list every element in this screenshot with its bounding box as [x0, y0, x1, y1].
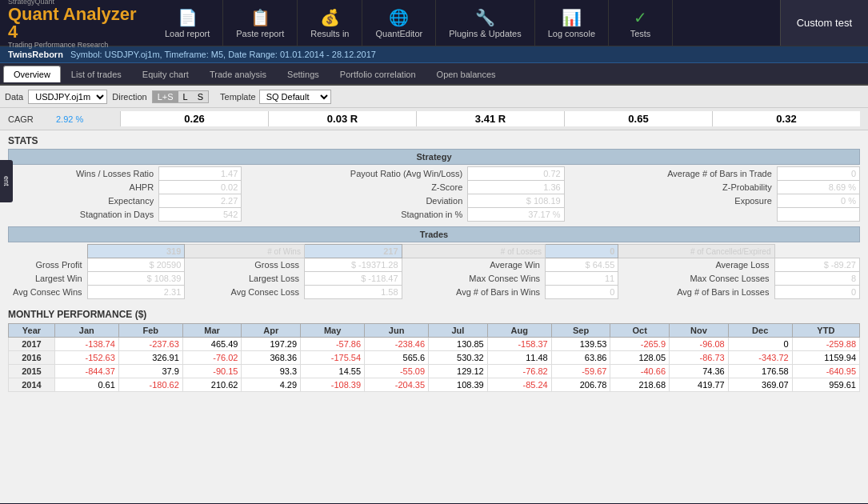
trades-val2: 1.58 [304, 286, 402, 299]
nav-paste-report[interactable]: 📋 Paste report [223, 0, 298, 46]
nav-tests[interactable]: ✓ Tests [609, 0, 673, 46]
monthly-cell: -175.54 [301, 351, 365, 365]
stat-val3: 0 [777, 167, 859, 181]
trades-lbl4: Average Loss [618, 258, 774, 272]
trades-lbl3: Avg # of Bars in Wins [402, 286, 545, 299]
monthly-cell: -259.88 [792, 338, 859, 351]
cagr-metric-2: 3.41 R [416, 111, 564, 126]
data-label: Data [5, 92, 23, 102]
losses-header-val: 217 [304, 245, 402, 258]
trades-section-header: Trades [8, 226, 860, 242]
trades-val3: 0 [546, 286, 618, 299]
trades-val4: 0 [774, 286, 860, 299]
custom-test-button[interactable]: Custom test [780, 0, 868, 46]
trades-lbl3: Average Win [402, 258, 545, 272]
monthly-cell: -76.02 [182, 351, 242, 365]
tabs-bar: Overview List of trades Equity chart Tra… [0, 63, 868, 86]
monthly-cell: 74.36 [670, 365, 729, 378]
monthly-cell: -237.63 [118, 338, 182, 351]
strategy-section-header: Strategy [8, 149, 860, 165]
logo-sub: Trading Performance Research [8, 41, 144, 49]
controls-bar: Data USDJPY.oj1m Direction L+S L S Templ… [0, 86, 868, 108]
direction-l-button[interactable]: L [178, 91, 193, 102]
monthly-cell: -265.9 [610, 338, 670, 351]
monthly-cell: 0 [728, 338, 792, 351]
trades-val1: $ 108.39 [87, 272, 185, 286]
monthly-cell: 108.39 [429, 378, 488, 392]
tab-trade-analysis[interactable]: Trade analysis [199, 66, 277, 82]
plugins-icon: 🔧 [475, 8, 495, 27]
main-content: CAGR 2.92 % 0.26 0.03 R 3.41 R 0.65 0.32… [0, 108, 868, 503]
monthly-cell: 63.86 [551, 351, 610, 365]
trades-lbl1: Avg Consec Wins [8, 286, 87, 299]
tab-open-balances[interactable]: Open balances [426, 66, 506, 82]
stat-mid-label: Payout Ratio (Avg Win/Loss) [258, 167, 468, 181]
log-console-label: Log console [548, 29, 595, 38]
strategy-row: Stagnation in Days 542 Stagnation in % 3… [8, 208, 860, 222]
quant-editor-icon: 🌐 [389, 8, 409, 27]
monthly-row: 2015-844.3737.9-90.1593.314.55-55.09129.… [9, 365, 860, 378]
stat-val1: 1.47 [159, 167, 242, 181]
stat-label: Wins / Losses Ratio [8, 167, 159, 181]
monthly-col-header: Nov [670, 324, 729, 338]
monthly-cell: -204.35 [365, 378, 429, 392]
monthly-col-header: Jan [54, 324, 118, 338]
direction-s-button[interactable]: S [193, 91, 208, 102]
direction-ls-button[interactable]: L+S [153, 91, 178, 102]
quant-editor-label: QuantEditor [375, 29, 422, 38]
trades-val2: $ -118.47 [304, 272, 402, 286]
trades-val3: 11 [546, 272, 618, 286]
template-control: Template SQ Default [220, 90, 331, 104]
stat-label: Expectancy [8, 194, 159, 208]
monthly-cell: -138.74 [54, 338, 118, 351]
monthly-cell: -57.86 [301, 338, 365, 351]
losses-header-lbl: # of Losses [402, 245, 545, 258]
tab-settings[interactable]: Settings [277, 66, 330, 82]
tab-portfolio-correlation[interactable]: Portfolio correlation [330, 66, 426, 82]
nav-quant-editor[interactable]: 🌐 QuantEditor [362, 0, 436, 46]
strategy-stats: Strategy Wins / Losses Ratio 1.47 Payout… [0, 149, 868, 226]
monthly-year: 2016 [9, 351, 55, 365]
monthly-col-header: YTD [792, 324, 859, 338]
stat-val2: 1.36 [468, 181, 564, 194]
tab-overview[interactable]: Overview [3, 66, 61, 82]
monthly-row: 2016-152.63326.91-76.02368.36-175.54565.… [9, 351, 860, 365]
monthly-cell: 4.29 [242, 378, 301, 392]
monthly-cell: 565.6 [365, 351, 429, 365]
monthly-cell: 1159.94 [792, 351, 859, 365]
cagr-metric-3: 0.65 [564, 111, 712, 126]
template-label: Template [220, 92, 256, 102]
monthly-cell: 37.9 [118, 365, 182, 378]
monthly-cell: -640.95 [792, 365, 859, 378]
monthly-cell: 128.05 [610, 351, 670, 365]
nav-results-in[interactable]: 💰 Results in [298, 0, 362, 46]
cagr-value: 2.92 % [56, 114, 120, 124]
monthly-cell: -180.62 [118, 378, 182, 392]
nav-load-report[interactable]: 📄 Load report [152, 0, 223, 46]
stat-label: Stagnation in Days [8, 208, 159, 222]
monthly-cell: 0.61 [54, 378, 118, 392]
data-select[interactable]: USDJPY.oj1m [28, 90, 107, 104]
monthly-cell: -55.09 [365, 365, 429, 378]
monthly-cell: 368.36 [242, 351, 301, 365]
tests-icon: ✓ [634, 8, 647, 27]
monthly-cell: -85.24 [487, 378, 551, 392]
monthly-cell: 419.77 [670, 378, 729, 392]
monthly-cell: 465.49 [182, 338, 242, 351]
monthly-year: 2015 [9, 365, 55, 378]
trades-lbl3: Max Consec Wins [402, 272, 545, 286]
tab-equity-chart[interactable]: Equity chart [132, 66, 199, 82]
trades-lbl1: Gross Profit [8, 258, 87, 272]
monthly-cell: -40.66 [610, 365, 670, 378]
tab-list-of-trades[interactable]: List of trades [61, 66, 132, 82]
monthly-cell: -152.63 [54, 351, 118, 365]
template-select[interactable]: SQ Default [259, 90, 331, 104]
results-in-label: Results in [310, 29, 349, 38]
monthly-cell: 218.68 [610, 378, 670, 392]
trades-lbl1: Largest Win [8, 272, 87, 286]
cagr-row: CAGR 2.92 % 0.26 0.03 R 3.41 R 0.65 0.32 [0, 108, 868, 130]
strategy-bar: TwinsReborn Symbol: USDJPY.oj1m, Timefra… [0, 46, 868, 63]
nav-plugins[interactable]: 🔧 Plugins & Updates [436, 0, 535, 46]
nav-log-console[interactable]: 📊 Log console [535, 0, 609, 46]
monthly-title: MONTHLY PERFORMANCE ($) [8, 309, 860, 320]
